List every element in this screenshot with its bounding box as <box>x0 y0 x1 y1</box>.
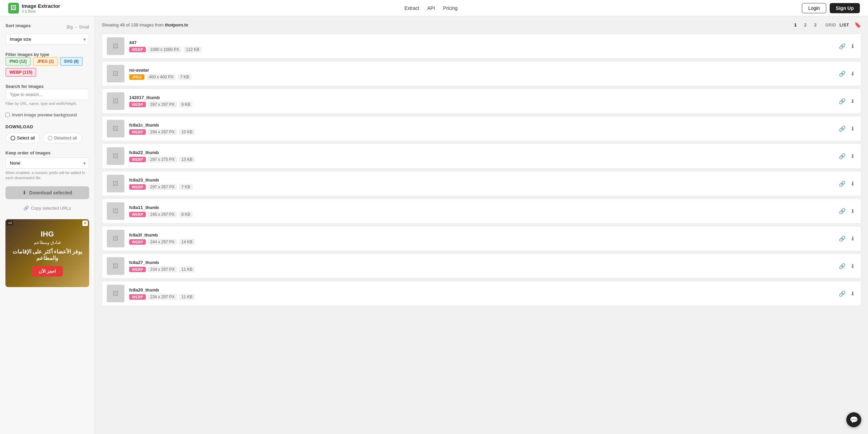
copy-link-button[interactable]: 🔗 <box>837 234 847 243</box>
image-dimensions: 245 x 297 PX <box>148 211 177 218</box>
image-filesize: 112 KB <box>183 46 201 53</box>
image-dimensions: 297 x 297 PX <box>148 101 177 108</box>
view-grid-btn[interactable]: GRID <box>825 23 836 27</box>
ad-cta-button[interactable]: احجز الآن <box>32 266 63 277</box>
select-all-button[interactable]: Select all <box>5 133 40 143</box>
domain: thotporn.tv <box>165 22 188 27</box>
sidebar: Sort images Big → Small Image size ▾ Fil… <box>0 16 95 434</box>
image-info: fc8a20_thumb WEBP 234 x 297 PX 11 KB <box>129 287 833 300</box>
download-image-button[interactable]: ⬇ <box>849 262 856 271</box>
filter-label: Filter images by type <box>5 52 49 57</box>
app-name: Image Extractor <box>22 3 60 9</box>
image-dimensions: 234 x 297 PX <box>148 294 177 300</box>
keep-order-select[interactable]: None <box>5 157 89 169</box>
copy-link-button[interactable]: 🔗 <box>837 152 847 161</box>
download-label: Download selected <box>29 190 72 195</box>
image-meta: WEBP 297 x 267 PX 7 KB <box>129 184 833 190</box>
image-info: fc8a1c_thumb WEBP 294 x 297 PX 10 KB <box>129 122 833 135</box>
sort-section: Sort images Big → Small Image size ▾ <box>5 23 89 45</box>
copy-link-button[interactable]: 🔗 <box>837 207 847 216</box>
bookmark-icon[interactable]: 🔖 <box>854 22 861 28</box>
view-list-btn[interactable]: LIST <box>840 23 849 27</box>
download-image-button[interactable]: ⬇ <box>849 289 856 298</box>
header: 🖼 Image Extractor 3.2 Beta Extract API P… <box>0 0 868 16</box>
invert-label[interactable]: Invert image preview background <box>12 112 77 117</box>
image-type-badge: WEBP <box>129 129 146 135</box>
image-dimensions: 400 x 400 PX <box>146 74 176 80</box>
download-button[interactable]: ⬇ Download selected <box>5 186 89 199</box>
page-3[interactable]: 3 <box>812 22 818 28</box>
image-thumb: 🖼 <box>107 230 124 247</box>
sort-label: Sort images <box>5 23 31 28</box>
chip-jpeg[interactable]: JPEG (2) <box>33 57 58 66</box>
image-thumb: 🖼 <box>107 202 124 220</box>
image-thumb: 🖼 <box>107 65 124 82</box>
nav-api[interactable]: API <box>427 5 435 11</box>
image-actions: 🔗 ⬇ <box>837 42 856 51</box>
sort-select[interactable]: Image size <box>5 34 89 45</box>
image-row: 🖼 447 WEBP 1080 x 1080 PX 112 KB 🔗 ⬇ <box>102 34 861 59</box>
select-all-label: Select all <box>17 135 35 140</box>
image-type-badge: WEBP <box>129 267 146 272</box>
download-image-button[interactable]: ⬇ <box>849 152 856 161</box>
page-1[interactable]: 1 <box>792 22 798 28</box>
chip-webp[interactable]: WEBP (115) <box>5 68 36 77</box>
image-name: 142017_thumb <box>129 95 833 100</box>
image-name: fc8a11_thumb <box>129 205 833 210</box>
logo-icon: 🖼 <box>8 3 19 14</box>
image-list: 🖼 447 WEBP 1080 x 1080 PX 112 KB 🔗 ⬇ 🖼 n… <box>102 34 861 308</box>
select-buttons-row: Select all Deselect all <box>5 133 89 143</box>
image-row: 🖼 142017_thumb WEBP 297 x 297 PX 9 KB 🔗 … <box>102 89 861 114</box>
showing-text: Showing 48 of 138 images from <box>102 22 164 27</box>
search-input[interactable] <box>5 89 89 100</box>
copy-link-button[interactable]: 🔗 <box>837 179 847 188</box>
download-image-button[interactable]: ⬇ <box>849 179 856 188</box>
page-2[interactable]: 2 <box>802 22 809 28</box>
chip-png[interactable]: PNG (12) <box>5 57 31 66</box>
image-filesize: 9 KB <box>179 101 193 108</box>
copy-link-button[interactable]: 🔗 <box>837 97 847 106</box>
image-actions: 🔗 ⬇ <box>837 179 856 188</box>
image-row: 🖼 fc8a22_thumb WEBP 297 x 275 PX 13 KB 🔗… <box>102 144 861 169</box>
download-image-button[interactable]: ⬇ <box>849 207 856 216</box>
layout: Sort images Big → Small Image size ▾ Fil… <box>0 16 868 434</box>
image-actions: 🔗 ⬇ <box>837 262 856 271</box>
download-image-button[interactable]: ⬇ <box>849 42 856 51</box>
image-meta: WEBP 297 x 297 PX 9 KB <box>129 101 833 108</box>
keep-order-hint: When enabled, a numeric prefix will be a… <box>5 170 89 181</box>
image-dimensions: 244 x 297 PX <box>148 239 177 245</box>
login-button[interactable]: Login <box>802 3 826 13</box>
copy-link-button[interactable]: 🔗 <box>837 42 847 51</box>
image-type-badge: JPEG <box>129 74 144 80</box>
copy-link-button[interactable]: 🔗 <box>837 69 847 78</box>
header-actions: Login Sign Up <box>802 3 860 13</box>
image-thumb: 🖼 <box>107 175 124 192</box>
image-actions: 🔗 ⬇ <box>837 124 856 133</box>
chip-svg[interactable]: SVG (9) <box>60 57 83 66</box>
signup-button[interactable]: Sign Up <box>830 3 860 13</box>
copy-link-button[interactable]: 🔗 <box>837 289 847 298</box>
ad-banner: Ad ✕ IHG فنادق ومطاعم يوفر الأعضاء أكثر … <box>5 219 89 287</box>
app-beta: 3.2 Beta <box>22 9 60 13</box>
nav-extract[interactable]: Extract <box>405 5 419 11</box>
download-image-button[interactable]: ⬇ <box>849 97 856 106</box>
download-image-button[interactable]: ⬇ <box>849 234 856 243</box>
image-name: fc8a23_thumb <box>129 177 833 183</box>
chat-widget[interactable]: 💬 <box>846 412 861 427</box>
deselect-all-button[interactable]: Deselect all <box>43 133 82 143</box>
ad-subtitle: فنادق ومطاعم <box>34 240 61 245</box>
image-row: 🖼 no-avatar JPEG 400 x 400 PX 7 KB 🔗 ⬇ <box>102 61 861 86</box>
nav-pricing[interactable]: Pricing <box>443 5 458 11</box>
ad-close-button[interactable]: ✕ <box>82 221 88 226</box>
download-image-button[interactable]: ⬇ <box>849 124 856 133</box>
image-dimensions: 234 x 297 PX <box>148 266 177 272</box>
view-toggle: GRID LIST 🔖 <box>825 22 861 28</box>
copy-link-button[interactable]: 🔗 <box>837 124 847 133</box>
copy-link-button[interactable]: 🔗 <box>837 262 847 271</box>
image-dimensions: 1080 x 1080 PX <box>148 46 181 53</box>
image-actions: 🔗 ⬇ <box>837 207 856 216</box>
download-image-button[interactable]: ⬇ <box>849 69 856 78</box>
deselect-all-icon <box>48 136 53 140</box>
copy-urls-button[interactable]: 🔗 Copy selected URLs <box>5 203 89 214</box>
invert-checkbox[interactable] <box>5 113 10 117</box>
